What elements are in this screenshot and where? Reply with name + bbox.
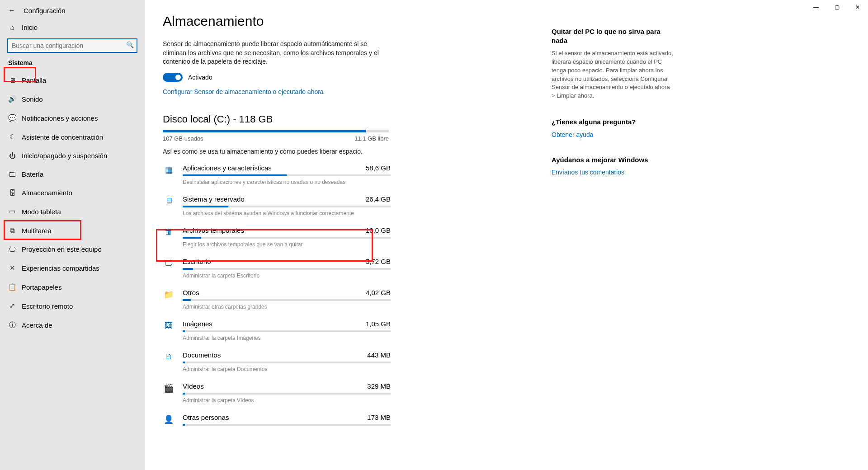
category-name: Sistema y reservado: [183, 195, 245, 203]
sidebar-item-6[interactable]: 🗄Almacenamiento: [0, 183, 145, 202]
sidebar-item-9[interactable]: 🖵Proyección en este equipo: [0, 240, 145, 258]
category-name: Escritorio: [183, 258, 211, 265]
category-bar: [183, 393, 391, 395]
aside-text: Si el sensor de almacenamiento está acti…: [552, 49, 675, 100]
category-size: 329 MB: [367, 382, 391, 390]
category-bar: [183, 362, 391, 363]
aside-block-0: Quitar del PC lo que no sirva para nadaS…: [552, 27, 675, 100]
nav-icon: ⏻: [8, 152, 16, 160]
close-button[interactable]: ✕: [847, 0, 868, 14]
nav-label: Sonido: [22, 95, 43, 103]
home-button[interactable]: ⌂ Inicio: [0, 19, 145, 36]
nav-label: Notificaciones y acciones: [22, 114, 98, 122]
home-icon: ⌂: [8, 24, 16, 31]
category-icon: 🗑: [163, 226, 175, 248]
back-arrow-icon[interactable]: ←: [8, 6, 15, 14]
nav-icon: 📋: [8, 283, 16, 291]
category-hint: Administrar la carpeta Vídeos: [183, 397, 391, 404]
category-bar: [183, 206, 391, 207]
category-list: ▦Aplicaciones y características58,6 GBDe…: [163, 164, 533, 428]
category-size: 58,6 GB: [366, 164, 391, 172]
sidebar-section-header: Sistema: [0, 55, 145, 71]
nav-label: Inicio/apagado y suspensión: [22, 152, 107, 160]
disk-used-label: 107 GB usados: [163, 135, 203, 142]
sidebar-item-4[interactable]: ⏻Inicio/apagado y suspensión: [0, 146, 145, 165]
category-bar: [183, 299, 391, 301]
sidebar-item-10[interactable]: ✕Experiencias compartidas: [0, 258, 145, 277]
nav-label: Batería: [22, 170, 43, 178]
category-name: Aplicaciones y características: [183, 164, 272, 172]
category-name: Otros: [183, 289, 199, 296]
sidebar: ← Configuración ⌂ Inicio 🔍 Sistema 🖥Pant…: [0, 0, 145, 470]
sidebar-item-13[interactable]: ⓘAcerca de: [0, 315, 145, 335]
storage-category-5[interactable]: 🖼Imágenes1,05 GBAdministrar la carpeta I…: [163, 320, 533, 341]
storage-category-1[interactable]: 🖥Sistema y reservado26,4 GBLos archivos …: [163, 195, 533, 216]
nav-icon: 🖵: [8, 245, 16, 253]
nav-icon: ☾: [8, 133, 16, 141]
disk-free-label: 11,1 GB libre: [354, 135, 389, 142]
category-icon: 🎬: [163, 382, 175, 404]
category-size: 26,4 GB: [366, 195, 391, 203]
nav-icon: 💬: [8, 114, 16, 122]
nav-icon: ✕: [8, 264, 16, 272]
sidebar-item-5[interactable]: 🗔Batería: [0, 165, 145, 183]
aside-link[interactable]: Envíanos tus comentarios: [552, 169, 675, 176]
category-bar: [183, 174, 391, 176]
storage-sense-toggle[interactable]: [163, 73, 183, 82]
configure-storage-sense-link[interactable]: Configurar Sensor de almacenamiento o ej…: [163, 88, 533, 95]
search-icon: 🔍: [126, 41, 134, 48]
category-hint: Administrar la carpeta Escritorio: [183, 273, 391, 279]
sidebar-item-8[interactable]: ⧉Multitarea: [0, 221, 145, 240]
nav-label: Almacenamiento: [22, 189, 72, 197]
sidebar-item-11[interactable]: 📋Portapapeles: [0, 277, 145, 296]
disk-usage-bar: [163, 130, 389, 132]
category-hint: Administrar la carpeta Imágenes: [183, 335, 391, 341]
sidebar-item-12[interactable]: ⤢Escritorio remoto: [0, 296, 145, 315]
nav-label: Modo tableta: [22, 208, 61, 216]
sidebar-item-2[interactable]: 💬Notificaciones y acciones: [0, 108, 145, 127]
nav-icon: ▭: [8, 207, 16, 216]
sidebar-item-0[interactable]: 🖥Pantalla: [0, 71, 145, 89]
nav-label: Acerca de: [22, 321, 52, 329]
category-hint: Administrar otras carpetas grandes: [183, 304, 391, 310]
storage-category-8[interactable]: 👤Otras personas173 MB: [163, 414, 533, 428]
category-hint: Desinstalar aplicaciones y característic…: [183, 179, 391, 185]
breakdown-desc: Así es como se usa tu almacenamiento y c…: [163, 147, 380, 156]
category-name: Imágenes: [183, 320, 212, 328]
aside-block-2: Ayúdanos a mejorar WindowsEnvíanos tus c…: [552, 155, 675, 176]
storage-category-6[interactable]: 🗎Documentos443 MBAdministrar la carpeta …: [163, 351, 533, 372]
maximize-button[interactable]: ▢: [826, 0, 847, 14]
nav-label: Experiencias compartidas: [22, 264, 99, 272]
category-hint: Los archivos del sistema ayudan a Window…: [183, 210, 391, 216]
aside-title: Ayúdanos a mejorar Windows: [552, 155, 675, 164]
category-bar: [183, 330, 391, 332]
nav-label: Asistente de concentración: [22, 133, 103, 141]
storage-sense-desc: Sensor de almacenamiento puede liberar e…: [163, 40, 380, 66]
nav-icon: 🗔: [8, 170, 16, 178]
window-controls: — ▢ ✕: [806, 0, 868, 14]
nav-label: Escritorio remoto: [22, 302, 73, 310]
storage-category-4[interactable]: 📁Otros4,02 GBAdministrar otras carpetas …: [163, 289, 533, 310]
sidebar-item-1[interactable]: 🔊Sonido: [0, 89, 145, 108]
category-icon: 📁: [163, 289, 175, 310]
storage-category-3[interactable]: 🖵Escritorio5,72 GBAdministrar la carpeta…: [163, 258, 533, 279]
nav-label: Multitarea: [22, 227, 52, 235]
storage-category-2[interactable]: 🗑Archivos temporales10,0 GBElegir los ar…: [163, 226, 533, 248]
sidebar-item-3[interactable]: ☾Asistente de concentración: [0, 127, 145, 146]
nav-icon: ⧉: [8, 226, 16, 235]
aside-block-1: ¿Tienes alguna pregunta?Obtener ayuda: [552, 118, 675, 138]
category-name: Vídeos: [183, 382, 204, 390]
nav-label: Proyección en este equipo: [22, 245, 102, 253]
category-size: 1,05 GB: [366, 320, 391, 328]
nav-icon: 🗄: [8, 189, 16, 197]
storage-category-0[interactable]: ▦Aplicaciones y características58,6 GBDe…: [163, 164, 533, 185]
storage-category-7[interactable]: 🎬Vídeos329 MBAdministrar la carpeta Víde…: [163, 382, 533, 404]
search-input[interactable]: [7, 38, 137, 53]
aside-link[interactable]: Obtener ayuda: [552, 131, 675, 138]
sidebar-item-7[interactable]: ▭Modo tableta: [0, 202, 145, 221]
minimize-button[interactable]: —: [806, 0, 826, 14]
home-label: Inicio: [22, 24, 38, 31]
nav-label: Portapapeles: [22, 283, 61, 291]
category-icon: ▦: [163, 164, 175, 185]
category-size: 5,72 GB: [366, 258, 391, 265]
